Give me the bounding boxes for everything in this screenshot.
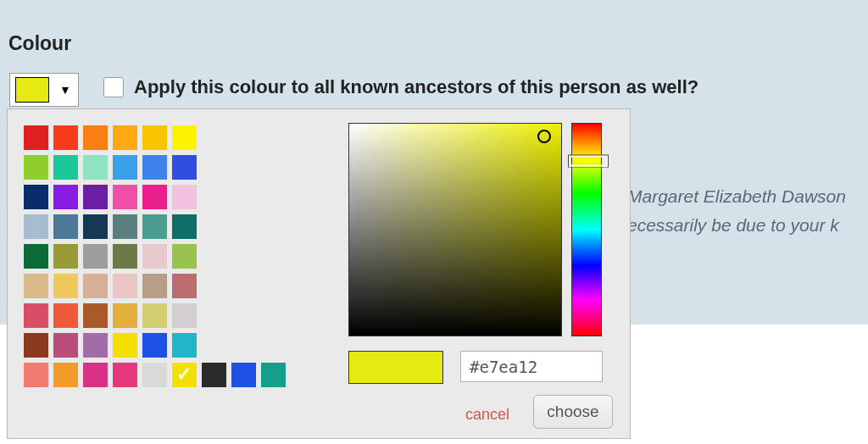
- preset-color-grid: [24, 125, 320, 392]
- preset-swatch[interactable]: [113, 274, 137, 298]
- hex-input[interactable]: [460, 351, 603, 382]
- preset-swatch[interactable]: [24, 363, 48, 387]
- preset-swatch[interactable]: [113, 214, 137, 239]
- choose-button[interactable]: choose: [533, 395, 613, 429]
- apply-ancestors-option: Apply this colour to all known ancestors…: [103, 76, 698, 98]
- preset-swatch[interactable]: [142, 303, 167, 328]
- preset-swatch[interactable]: [142, 274, 167, 298]
- preset-swatch[interactable]: [24, 185, 48, 209]
- preset-swatch[interactable]: [142, 155, 167, 180]
- preset-swatch[interactable]: [53, 274, 78, 298]
- preset-swatch[interactable]: [142, 244, 167, 269]
- preset-swatch[interactable]: [142, 185, 167, 209]
- preset-swatch[interactable]: [113, 244, 137, 269]
- chevron-down-icon: ▼: [59, 83, 71, 97]
- preset-swatch[interactable]: [172, 214, 197, 239]
- hint-text: Margaret Elizabeth Dawson ecessarily be …: [627, 182, 846, 239]
- hint-line-2: ecessarily be due to your k: [627, 215, 839, 235]
- hue-handle[interactable]: [569, 155, 608, 166]
- preset-swatch[interactable]: [142, 363, 167, 387]
- preset-swatch[interactable]: [113, 363, 137, 387]
- section-title: Colour: [8, 32, 71, 55]
- preset-swatch[interactable]: [53, 214, 78, 239]
- preset-swatch[interactable]: [113, 155, 137, 180]
- preset-swatch[interactable]: [83, 333, 108, 358]
- preset-swatch[interactable]: [113, 185, 137, 209]
- preset-swatch[interactable]: [53, 333, 78, 358]
- preview-swatch: [348, 351, 443, 384]
- color-picker-popover: cancel choose: [7, 108, 631, 439]
- hint-line-1: Margaret Elizabeth Dawson: [627, 186, 846, 206]
- preset-swatch[interactable]: [113, 303, 137, 328]
- preset-swatch[interactable]: [113, 333, 137, 358]
- preset-swatch[interactable]: [24, 274, 48, 298]
- apply-ancestors-label: Apply this colour to all known ancestors…: [134, 76, 698, 98]
- preset-swatch[interactable]: [142, 214, 167, 239]
- preset-swatch[interactable]: [24, 125, 48, 150]
- preset-swatch[interactable]: [83, 274, 108, 298]
- preset-swatch[interactable]: [53, 185, 78, 209]
- preset-swatch[interactable]: [83, 303, 108, 328]
- preset-swatch[interactable]: [202, 363, 226, 387]
- preset-swatch[interactable]: [172, 333, 197, 358]
- preset-swatch[interactable]: [24, 244, 48, 269]
- preset-swatch[interactable]: [172, 274, 197, 298]
- preset-swatch[interactable]: [172, 185, 197, 209]
- preset-swatch[interactable]: [53, 125, 78, 150]
- preset-swatch[interactable]: [83, 214, 108, 239]
- preset-swatch[interactable]: [172, 303, 197, 328]
- preset-swatch[interactable]: [172, 125, 197, 150]
- preset-swatch[interactable]: [53, 244, 78, 269]
- preset-swatch[interactable]: [83, 185, 108, 209]
- preset-swatch[interactable]: [53, 155, 78, 180]
- cancel-button[interactable]: cancel: [465, 406, 509, 424]
- preset-swatch[interactable]: [83, 363, 108, 387]
- preset-swatch[interactable]: [172, 155, 197, 180]
- preset-swatch[interactable]: [83, 155, 108, 180]
- preset-swatch[interactable]: [113, 125, 137, 150]
- preset-swatch[interactable]: [172, 363, 197, 387]
- preset-swatch[interactable]: [142, 333, 167, 358]
- apply-ancestors-checkbox[interactable]: [103, 77, 124, 97]
- preset-swatch[interactable]: [231, 363, 256, 387]
- preset-swatch[interactable]: [142, 125, 167, 150]
- preset-swatch[interactable]: [24, 303, 48, 328]
- sv-black-overlay: [349, 124, 561, 336]
- sv-handle[interactable]: [537, 130, 551, 143]
- saturation-value-area[interactable]: [348, 123, 562, 336]
- preset-swatch[interactable]: [53, 363, 78, 387]
- preset-swatch[interactable]: [53, 303, 78, 328]
- preset-swatch[interactable]: [24, 333, 48, 358]
- hue-slider[interactable]: [571, 123, 602, 336]
- preset-swatch[interactable]: [261, 363, 286, 387]
- preset-swatch[interactable]: [83, 125, 108, 150]
- preset-swatch[interactable]: [83, 244, 108, 269]
- preset-swatch[interactable]: [24, 155, 48, 180]
- current-color-swatch: [15, 77, 49, 103]
- preset-swatch[interactable]: [24, 214, 48, 239]
- color-dropdown-button[interactable]: ▼: [9, 73, 79, 107]
- preset-swatch[interactable]: [172, 244, 197, 269]
